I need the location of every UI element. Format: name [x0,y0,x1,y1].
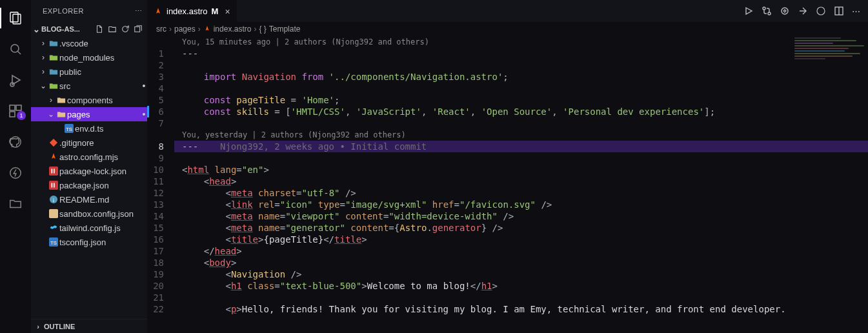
explorer-sidebar: EXPLORER ⋯ ⌄ BLOG-AS... ›.vscode›node_mo… [31,0,147,333]
astro-icon [154,7,163,16]
folder-components[interactable]: ›components [31,93,147,107]
tab-label: index.astro [167,6,208,16]
svg-rect-22 [49,209,58,218]
explorer-more-icon[interactable]: ⋯ [135,7,143,15]
breadcrumb-sep: › [198,25,201,34]
extensions-badge: 1 [17,111,26,120]
breadcrumb-template[interactable]: Template [269,25,301,34]
codelens-section2[interactable]: You, yesterday | 2 authors (Njong392 and… [174,129,868,141]
editor-group: index.astro M × ⋯ src › pages › index.as… [147,0,868,333]
svg-rect-8 [10,112,15,117]
activity-thunder-icon[interactable] [0,159,31,187]
activity-extensions-icon[interactable]: 1 [0,97,31,125]
new-file-icon[interactable] [94,24,105,34]
breadcrumb-symbol-icon: { } [259,25,266,34]
breadcrumb-sep: › [254,25,256,34]
svg-rect-6 [10,105,15,110]
svg-marker-25 [746,8,752,14]
file-sandbox-config-json[interactable]: sandbox.config.json [31,207,147,221]
astro-icon [203,25,211,33]
svg-rect-19 [54,183,55,188]
project-section-header[interactable]: ⌄ BLOG-AS... [31,22,147,36]
activity-folder-icon[interactable] [0,190,31,218]
breadcrumb[interactable]: src › pages › index.astro › { } Template [147,22,868,36]
svg-rect-16 [54,169,55,174]
svg-rect-0 [10,12,18,22]
refresh-icon[interactable] [120,24,130,34]
folder-pages[interactable]: ⌄pages• [31,107,147,121]
folder-node_modules[interactable]: ›node_modules [31,50,147,65]
activity-search-icon[interactable] [0,35,31,63]
file-tree: ›.vscode›node_modules›public⌄src•›compon… [31,36,147,319]
code-editor[interactable]: 1 2 3 4 5 6 7 8 9 10 11 12 13 14 15 16 1… [147,36,868,333]
activity-github-icon[interactable] [0,128,31,156]
split-editor-icon[interactable] [834,6,844,16]
svg-point-29 [817,7,825,15]
chevron-right-icon: › [32,323,44,330]
explorer-title: EXPLORER [43,7,135,15]
chevron-down-icon: ⌄ [31,25,41,34]
file-package-json[interactable]: package.json [31,178,147,192]
svg-point-28 [782,8,788,14]
svg-text:TS: TS [50,240,57,246]
outline-label: OUTLINE [44,323,75,330]
file-env-d-ts[interactable]: TSenv.d.ts [31,121,147,136]
file--gitignore[interactable]: .gitignore [31,136,147,150]
codelens-top[interactable]: You, 15 minutes ago | 2 authors (Njong39… [174,36,868,48]
svg-text:TS: TS [66,126,72,132]
git-compare-icon[interactable] [762,6,772,16]
new-folder-icon[interactable] [107,24,117,34]
git-blame-inline: Njong392, 2 weeks ago • Initial commit [198,141,427,152]
tab-index-astro[interactable]: index.astro M × [147,0,237,22]
file-readme-md[interactable]: iREADME.md [31,192,147,207]
breadcrumb-pages[interactable]: pages [174,25,196,34]
overflow-icon[interactable]: ⋯ [852,6,860,16]
svg-rect-15 [52,169,53,174]
folder-public[interactable]: ›public [31,65,147,79]
svg-point-27 [768,12,771,15]
run-icon[interactable] [743,6,754,16]
project-name: BLOG-AS... [41,25,94,33]
breadcrumb-sep: › [169,25,172,34]
svg-line-3 [18,52,21,55]
outline-section[interactable]: › OUTLINE [31,319,147,333]
activity-bar: 1 [0,0,31,333]
activity-explorer-icon[interactable] [0,4,31,32]
tab-modified-marker: M [212,6,219,16]
svg-rect-7 [16,105,21,110]
preview-icon[interactable] [780,6,790,16]
explorer-header: EXPLORER ⋯ [31,0,147,22]
file-package-lock-json[interactable]: package-lock.json [31,164,147,178]
breadcrumb-src[interactable]: src [156,25,167,34]
file-tsconfig-json[interactable]: TStsconfig.json [31,235,147,249]
folder--vscode[interactable]: ›.vscode [31,36,147,50]
code-content[interactable]: You, 15 minutes ago | 2 authors (Njong39… [174,36,868,333]
breadcrumb-file[interactable]: index.astro [214,25,252,34]
svg-point-26 [763,7,765,10]
more-actions-icon[interactable] [816,6,826,16]
open-changes-icon[interactable] [798,6,808,16]
tab-close-icon[interactable]: × [225,6,230,17]
svg-point-10 [10,168,21,179]
line-gutter: 1 2 3 4 5 6 7 8 9 10 11 12 13 14 15 16 1… [147,36,174,333]
svg-point-2 [11,45,19,52]
editor-actions: ⋯ [736,0,868,22]
file-astro-config-mjs[interactable]: astro.config.mjs [31,150,147,164]
svg-rect-1 [13,14,21,24]
activity-run-debug-icon[interactable] [0,66,31,94]
svg-rect-18 [52,183,53,188]
folder-src[interactable]: ⌄src• [31,79,147,93]
collapse-all-icon[interactable] [133,24,143,34]
tabs-bar: index.astro M × ⋯ [147,0,868,22]
svg-rect-11 [135,27,140,32]
file-tailwind-config-js[interactable]: tailwind.config.js [31,221,147,235]
